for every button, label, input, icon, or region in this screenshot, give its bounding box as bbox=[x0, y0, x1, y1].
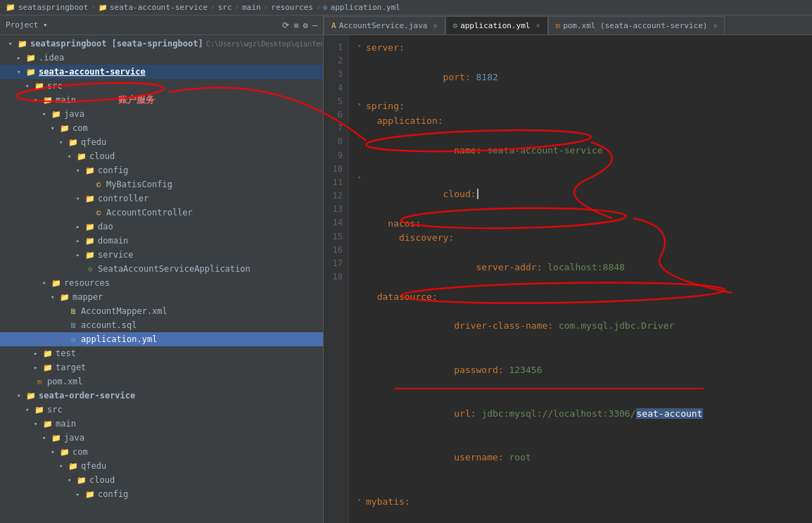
tree-item-config[interactable]: 📁 config bbox=[0, 163, 323, 177]
fold-icon-8 bbox=[357, 231, 366, 241]
folder-icon-dao: 📁 bbox=[84, 222, 96, 232]
fold-icon-3[interactable]: ▾ bbox=[357, 99, 366, 109]
tree-item-accountcontroller[interactable]: © AccountController bbox=[0, 206, 323, 220]
tree-item-com2[interactable]: 📁 com bbox=[0, 445, 323, 459]
code-text-15 bbox=[366, 480, 372, 495]
sidebar-header: Project ▾ ⟳ ≡ ⚙ — bbox=[0, 15, 323, 35]
fold-icon-14 bbox=[357, 436, 366, 446]
tree-item-idea[interactable]: 📁 .idea bbox=[0, 51, 323, 65]
tree-item-cloud[interactable]: 📁 cloud bbox=[0, 149, 323, 163]
folder-icon-main: 📁 bbox=[42, 96, 53, 105]
tab-label-pom: pom.xml (seata-account-service) bbox=[563, 21, 707, 30]
tree-label-java: java bbox=[64, 109, 84, 119]
arrow-domain bbox=[76, 237, 84, 244]
arrow-java2 bbox=[42, 434, 51, 441]
arrow-seata-account-service bbox=[17, 68, 25, 75]
tree-item-service[interactable]: 📁 service bbox=[0, 248, 323, 262]
fold-icon-5 bbox=[357, 129, 366, 139]
tree-item-application-yml[interactable]: ⚙ application.yml bbox=[0, 332, 323, 346]
tree-item-qfedu[interactable]: 📁 qfedu bbox=[0, 135, 323, 149]
code-text-1: server: bbox=[366, 41, 405, 56]
fold-icon-16[interactable]: ▾ bbox=[357, 495, 366, 505]
arrow-service bbox=[76, 251, 84, 258]
icon-pom: m bbox=[34, 377, 45, 386]
tree-item-dao[interactable]: 📁 dao bbox=[0, 220, 323, 234]
minimize-icon[interactable]: — bbox=[312, 20, 317, 30]
tab-accountservice[interactable]: A AccountService.java × bbox=[324, 16, 445, 34]
tab-label-accountservice: AccountService.java bbox=[339, 21, 428, 30]
tree-item-mybatisconfig[interactable]: © MyBatisConfig bbox=[0, 177, 323, 191]
tree-item-main[interactable]: 📁 main 账户服务 bbox=[0, 93, 323, 107]
tree-item-resources[interactable]: 📁 resources bbox=[0, 276, 323, 290]
tree-label-accountcontroller: AccountController bbox=[106, 208, 193, 218]
tree-item-seata-account-service[interactable]: 📁 seata-account-service bbox=[0, 65, 323, 79]
code-text-9: server-addr: localhost:8848 bbox=[366, 246, 625, 289]
tab-close-accountservice[interactable]: × bbox=[433, 22, 437, 30]
tree-item-seataaccountserviceapplication[interactable]: ⚙ SeataAccountServiceApplication bbox=[0, 262, 323, 276]
tree-item-com[interactable]: 📁 com bbox=[0, 121, 323, 135]
arrow-config2 bbox=[76, 491, 84, 498]
code-text-13: url: jdbc:mysql://localhost:3306/seat-ac… bbox=[366, 392, 703, 436]
tree-item-cloud2[interactable]: 📁 cloud bbox=[0, 473, 323, 487]
sidebar-title: Project ▾ bbox=[6, 20, 48, 30]
arrow-src2 bbox=[25, 406, 34, 413]
tree-item-config2[interactable]: 📁 config bbox=[0, 487, 323, 501]
arrow-resources bbox=[42, 279, 51, 286]
fold-icon-6[interactable]: ▾ bbox=[357, 172, 366, 182]
settings-icon[interactable]: ⚙ bbox=[303, 20, 308, 30]
tab-application-yml[interactable]: ⚙ application.yml × bbox=[445, 16, 548, 34]
fold-icon-1[interactable]: ▾ bbox=[357, 41, 366, 51]
tree-label-seata-order-service: seata-order-service bbox=[39, 391, 135, 401]
code-line-9: server-addr: localhost:8848 bbox=[357, 246, 804, 289]
breadcrumb-seataspringboot: seataspringboot bbox=[18, 3, 88, 12]
tree-item-target[interactable]: 📁 target bbox=[0, 360, 323, 374]
code-line-13: url: jdbc:mysql://localhost:3306/seat-ac… bbox=[357, 392, 804, 436]
tree-item-seata-order-service[interactable]: 📁 seata-order-service bbox=[0, 389, 323, 403]
tree-item-qfedu2[interactable]: 📁 qfedu bbox=[0, 459, 323, 473]
folder-icon-domain: 📁 bbox=[84, 237, 96, 246]
tree-item-seataspringboot[interactable]: 📁 seataspringboot [seata-springboot] C:\… bbox=[0, 37, 323, 51]
tree-item-src2[interactable]: 📁 src bbox=[0, 403, 323, 417]
tab-icon-accountservice: A bbox=[331, 21, 336, 30]
folder-icon-service: 📁 bbox=[84, 251, 96, 260]
arrow-com bbox=[51, 125, 59, 132]
tree-label-com2: com bbox=[72, 447, 88, 457]
code-line-7: nacos: bbox=[357, 217, 804, 232]
tree-item-java[interactable]: 📁 java bbox=[0, 107, 323, 121]
icon-accountsql: 🗎 bbox=[68, 321, 79, 330]
arrow-qfedu bbox=[59, 139, 68, 146]
tree-label-dao: dao bbox=[98, 222, 113, 232]
tree-item-domain[interactable]: 📁 domain bbox=[0, 234, 323, 248]
breadcrumb: 📁 seataspringboot › 📁 seata-account-serv… bbox=[0, 0, 812, 15]
tree-item-test[interactable]: 📁 test bbox=[0, 346, 323, 360]
fold-icon-15 bbox=[357, 480, 366, 490]
tree-item-src[interactable]: 📁 src bbox=[0, 79, 323, 93]
folder-icon-main2: 📁 bbox=[42, 420, 53, 429]
tab-close-appyml[interactable]: × bbox=[535, 22, 540, 30]
folder-icon-test: 📁 bbox=[42, 349, 53, 358]
folder-icon-seata-account-service: 📁 bbox=[25, 68, 37, 77]
arrow-src bbox=[25, 82, 34, 89]
tree-item-main2[interactable]: 📁 main bbox=[0, 417, 323, 431]
arrow-cloud2 bbox=[68, 477, 76, 484]
code-line-14: username: root bbox=[357, 436, 804, 480]
tree-label-qfedu: qfedu bbox=[81, 137, 106, 147]
tree-item-accountsql[interactable]: 🗎 account.sql bbox=[0, 318, 323, 332]
code-text-4: application: bbox=[366, 114, 443, 129]
tree-item-controller[interactable]: 📁 controller bbox=[0, 191, 323, 206]
tree-item-java2[interactable]: 📁 java bbox=[0, 431, 323, 445]
tree-label-accountsql: account.sql bbox=[81, 320, 137, 330]
code-text-8: discovery: bbox=[366, 231, 454, 246]
breadcrumb-file: application.yml bbox=[331, 3, 400, 12]
tab-close-pom[interactable]: × bbox=[713, 22, 717, 30]
tree-item-mapper[interactable]: 📁 mapper bbox=[0, 290, 323, 304]
tree-item-accountmapper[interactable]: 🗎 AccountMapper.xml bbox=[0, 304, 323, 318]
folder-icon-com: 📁 bbox=[59, 124, 70, 133]
tree-label-appyml: application.yml bbox=[81, 334, 157, 344]
collapse-icon[interactable]: ≡ bbox=[293, 20, 298, 30]
tree-label-main2: main bbox=[56, 419, 76, 429]
tab-pom[interactable]: m pom.xml (seata-account-service) × bbox=[548, 16, 725, 34]
tree-item-pom[interactable]: m pom.xml bbox=[0, 374, 323, 389]
sync-icon[interactable]: ⟳ bbox=[282, 20, 289, 30]
code-editor[interactable]: ▾ server: port: 8182 ▾ spring: bbox=[349, 35, 812, 523]
